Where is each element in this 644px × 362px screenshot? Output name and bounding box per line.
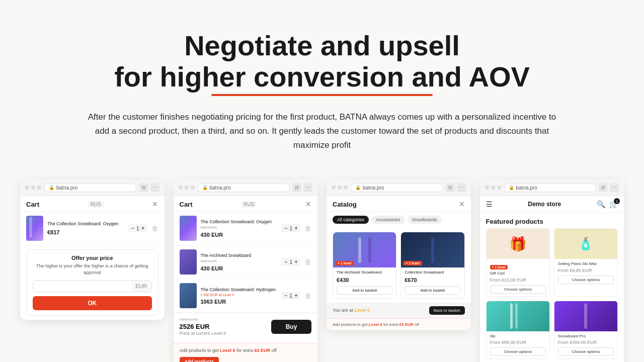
item-qty-2c: − 1 + [281,292,300,300]
catalog-title: Catalog [333,201,357,208]
browser-btn-7: ⊡ [599,183,608,192]
buy-button-2[interactable]: Buy [271,320,311,334]
cart-icon[interactable]: 🛒 1 [609,200,618,208]
browser-btn-5: ⊡ [446,183,455,192]
dot-6 [191,186,195,190]
qty-minus-1[interactable]: − [131,225,134,231]
catalog-header: Catalog ✕ [327,196,471,212]
dot-5 [185,186,189,190]
product-price-1: From €10,00 EUR [490,278,546,283]
add-basket-btn-2[interactable]: Add to basket [405,286,460,295]
product-card-1: 🎁 + 1 level Gift Cart From €10,00 EUR Ch… [486,228,550,296]
level-bottom-banner: You are at Level 5 Back to basket [327,303,471,318]
cart-header-1: Cart RUS ✕ [20,196,165,212]
qty-plus-2c[interactable]: + [294,293,298,299]
svg-rect-1 [358,237,361,263]
cart-close-2[interactable]: ✕ [305,200,311,208]
store-topbar: ☰ Demo store 🔍 🛒 1 [480,196,624,213]
add-basket-btn-1[interactable]: Add to basket [337,286,392,295]
lock-icon-2: 🔒 [202,185,208,190]
browser-actions-1: ⊡ ⋯ [139,183,159,192]
offer-box: Offer your price The higher is your offe… [26,249,158,315]
product-img-snowboard2 [554,301,617,331]
screenshots-row: 🔒 batna.pro ⊡ ⋯ Cart RUS ✕ The Collectio… [5,167,639,362]
product-name-1: Gift Cart [490,271,546,276]
browser-btn-2: ⋯ [150,183,159,192]
wax-icon: 🧴 [578,237,593,251]
total-old-2: 3900 EUR [180,317,226,322]
hamburger-icon[interactable]: ☰ [486,200,493,208]
back-basket-button[interactable]: Back to basket [429,306,464,315]
product-card-2: 🧴 Selling Plans Ski Wax From €9,95 EUR C… [554,228,618,296]
level-text: You are at Level 5 [333,308,370,313]
cart-item-2c: The Collection Snowboard: Hydrogen 1 000… [174,279,318,313]
catalog-item-info-1: The Archived Snowboard €430 Add to baske… [333,267,396,298]
offer-input[interactable] [33,281,131,292]
product-card-info-2: Selling Plans Ski Wax From €9,95 EUR Cho… [554,259,617,286]
product-img-wax: 🧴 [554,229,617,259]
catalog-item-info-2: Collection Snowboard €670 Add to basket [401,267,464,298]
total-level-2: Price at current Level 6 [180,331,226,336]
qty-minus-2c[interactable]: − [284,293,287,299]
catalog-close[interactable]: ✕ [459,200,465,208]
item-name-2c: The Collection Snowboard: Hydrogen [201,287,278,293]
offer-ok-button[interactable]: OK [33,296,152,310]
qty-plus-2a[interactable]: + [294,225,298,231]
choose-btn-1[interactable]: Choose options [490,285,546,294]
item-name-2a: The Collection Snowboard: Oxygen [201,219,278,225]
add-products-button-2[interactable]: Add products [180,357,219,362]
choose-btn-2[interactable]: Choose options [558,276,614,284]
screen-cart-offer: 🔒 batna.pro ⊡ ⋯ Cart RUS ✕ The Collectio… [20,179,165,319]
product-price-4: From €399,00 EUR [558,340,614,345]
catalog-grid: + 1 level The Archived Snowboard €430 Ad… [327,228,471,302]
lock-icon-3: 🔒 [355,185,361,190]
item-price-2a: 430 EUR [201,232,278,238]
level-badge-2: + 1 level [403,261,422,265]
dot-9 [344,186,348,190]
item-info-2b: The Archived Snowboard 900 EUR 430 EUR [201,253,278,272]
cart-item-2a: The Collection Snowboard: Oxygen 900 EUR… [174,212,318,245]
offer-currency: EUR [131,281,151,292]
item-del-2c[interactable]: 🗑 [304,292,311,300]
cart-footer-2: 3900 EUR 2526 EUR Price at current Level… [174,313,318,343]
item-img-2b [180,249,197,275]
dot-12 [497,186,501,190]
svg-rect-3 [431,237,434,263]
cart-close-1[interactable]: ✕ [152,200,158,208]
browser-dots-2 [179,186,195,190]
choose-btn-3[interactable]: Choose options [490,347,546,356]
catalog-item-price-1: €430 [337,277,392,283]
product-name-2: Selling Plans Ski Wax [558,261,614,266]
svg-rect-6 [584,303,587,329]
featured-title: Featured products [480,213,624,228]
cart-item-1: The Collection Snowboard: Oxygen €817 − … [20,212,165,245]
item-del-2b[interactable]: 🗑 [304,258,311,266]
item-del-2a[interactable]: 🗑 [304,224,311,232]
browser-dots-3 [332,186,348,190]
qty-plus-1[interactable]: + [141,225,144,231]
filter-all[interactable]: All categories [333,216,369,224]
cart-content-2: Cart RUS ✕ The Collection Snowboard: Oxy… [174,196,318,362]
qty-minus-2b[interactable]: − [284,259,287,265]
browser-url-1: 🔒 batna.pro [44,184,136,192]
product-card-info-4: Snowboard Pro From €399,00 EUR Choose op… [554,331,617,358]
qty-num-2a: 1 [289,226,292,231]
browser-bar-3: 🔒 batna.pro ⊡ ⋯ [327,179,471,196]
qty-minus-2a[interactable]: − [284,225,287,231]
browser-actions-4: ⊡ ⋯ [599,183,619,192]
item-del-1[interactable]: 🗑 [151,224,158,232]
filter-snowboards[interactable]: Snowboards [408,216,442,224]
cart-title-1: Cart [26,201,39,208]
search-icon[interactable]: 🔍 [597,200,605,208]
svg-rect-2 [368,237,371,263]
browser-dots-4 [485,186,501,190]
browser-actions-3: ⊡ ⋯ [446,183,466,192]
filter-accessories[interactable]: Accessories [371,216,405,224]
product-price-3: From €89,00 EUR [490,340,546,345]
item-price-2c: 1063 EUR [201,299,278,305]
browser-bar-2: 🔒 batna.pro ⊡ ⋯ [174,179,318,196]
choose-btn-4[interactable]: Choose options [558,347,614,356]
qty-plus-2b[interactable]: + [294,259,298,265]
catalog-item-name-2: Collection Snowboard [405,270,460,275]
dot-10 [485,186,489,190]
